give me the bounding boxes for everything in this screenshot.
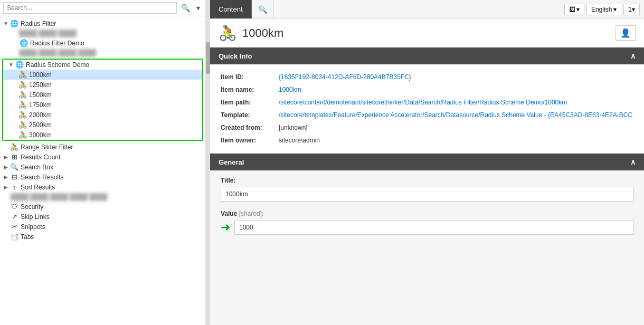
right-panel: Content 🔍 🖼 ▾ English ▾ 1▾ 🚴 1000km �	[210, 0, 644, 325]
person-icon-button[interactable]: 👤	[615, 25, 636, 41]
tree-item-3000km[interactable]: 🚴 3000km	[3, 130, 202, 140]
tree-item-1500km[interactable]: 🚴 1500km	[3, 90, 202, 100]
expand-arrow	[2, 214, 10, 219]
info-value-item-id[interactable]: {1635F192-8034-412D-AF6D-280A4B7B35FC}	[279, 73, 633, 81]
sort-icon: ↕	[10, 183, 19, 191]
info-value-template[interactable]: /sitecore/templates/Feature/Experience A…	[279, 111, 633, 119]
bike-icon: 🚴	[10, 143, 19, 151]
info-label-created-from: Created from:	[221, 124, 279, 131]
blurred-label: ████ ████ ████	[19, 30, 77, 37]
tree-item-security[interactable]: 🛡 Security	[0, 202, 205, 212]
tree-item-label: 1250km	[29, 81, 52, 89]
lang-arrow: ▾	[613, 6, 617, 13]
tab-content[interactable]: Content	[210, 0, 252, 18]
tree-item-radius-scheme-demo[interactable]: ▼ 🌐 Radius Scheme Demo	[3, 60, 202, 70]
icon-dropdown-arrow: ▾	[576, 6, 580, 13]
tree-item-radius-filter[interactable]: ▼ 🌐 Radius Filter	[0, 18, 205, 28]
search-input[interactable]	[3, 2, 177, 14]
tree-item-2500km[interactable]: 🚴 2500km	[3, 120, 202, 130]
language-dropdown[interactable]: English ▾	[586, 4, 621, 15]
tree-item-label: Search Results	[21, 174, 63, 181]
icon-button-top[interactable]: 🖼 ▾	[564, 4, 584, 15]
tree-item-1750km[interactable]: 🚴 1750km	[3, 100, 202, 110]
tree-item-blurred-2: ████ ████ ████ ████	[0, 48, 205, 58]
tree-item-2000km[interactable]: 🚴 2000km	[3, 110, 202, 120]
tree-item-label: Results Count	[21, 154, 60, 161]
blurred-label: ████ ████ ████ ████ ████	[11, 193, 107, 200]
search-button[interactable]: 🔍	[179, 3, 192, 13]
tree-item-label: 3000km	[29, 131, 52, 139]
title-field-input[interactable]	[221, 187, 633, 202]
value-shared-tag: [shared]:	[239, 210, 264, 217]
tree-item-results-count[interactable]: ▶ ⊞ Results Count	[0, 152, 205, 162]
bike-icon: 🚴	[18, 71, 27, 79]
bike-icon: 🚴	[18, 91, 27, 99]
blurred-label: ████ ████ ████ ████	[19, 49, 96, 56]
quick-info-title: Quick Info	[219, 52, 252, 60]
tree-item-range-slider-filter[interactable]: 🚴 Range Slider Filter	[0, 142, 205, 152]
left-panel: 🔍 ▾ ▼ 🌐 Radius Filter ████ ████ ████ 🌐 R…	[0, 0, 206, 325]
tree-item-label: Snippets	[21, 223, 45, 231]
bike-icon: 🚴	[18, 131, 27, 139]
search-icon: 🔍	[10, 163, 19, 171]
search-icon: 🔍	[258, 5, 267, 14]
tree-item-label: Search Box	[21, 164, 53, 171]
folder-icon: 🌐	[10, 20, 19, 27]
tree-item-skip-links[interactable]: ↗ Skip Links	[0, 212, 205, 222]
tree-item-radius-filter-demo[interactable]: 🌐 Radius Filter Demo	[0, 38, 205, 48]
tree-item-label: Radius Scheme Demo	[26, 61, 89, 69]
general-header[interactable]: General ∧	[210, 154, 644, 170]
info-value-created-from: [unknown]	[279, 124, 633, 131]
collapse-icon: ∧	[630, 158, 636, 166]
value-field-group: Value [shared]: ➜	[210, 206, 644, 241]
green-arrow-icon: ➜	[221, 221, 230, 234]
scrollbar-thumb[interactable]	[206, 42, 210, 74]
tree-item-snippets[interactable]: ✂ Snippets	[0, 222, 205, 232]
tree-item-search-results[interactable]: ▶ ⊟ Search Results	[0, 172, 205, 182]
number-dropdown[interactable]: 1▾	[623, 4, 640, 15]
item-header: 🚴 1000km 👤	[210, 19, 644, 47]
value-field-input[interactable]	[234, 220, 633, 235]
tree-item-label: 1750km	[29, 101, 52, 109]
tree-item-1250km[interactable]: 🚴 1250km	[3, 80, 202, 90]
tree-item-label: 2500km	[29, 121, 52, 129]
shield-icon: 🛡	[10, 203, 19, 211]
quick-info-header[interactable]: Quick Info ∧	[210, 47, 644, 64]
general-section: General ∧ Title: Value [shared]: ➜	[210, 154, 644, 241]
arrow-container: ➜	[221, 220, 633, 235]
tree-item-label: Security	[21, 203, 43, 211]
info-row-item-name: Item name: 1000km	[221, 83, 633, 96]
bike-icon: 🚴	[18, 121, 27, 129]
expand-arrow: ▶	[2, 164, 10, 170]
info-row-item-id: Item ID: {1635F192-8034-412D-AF6D-280A4B…	[221, 71, 633, 83]
info-row-created-from: Created from: [unknown]	[221, 121, 633, 134]
tree-item-label: Radius Filter	[21, 20, 56, 27]
tree-item-search-box[interactable]: ▶ 🔍 Search Box	[0, 162, 205, 172]
info-value-item-path[interactable]: /sitecore/content/demotenant/sitecorethi…	[279, 99, 633, 106]
search-bar: 🔍 ▾	[0, 0, 205, 16]
tree-item-label: 1000km	[29, 71, 52, 79]
link-icon: ↗	[10, 213, 19, 221]
info-label-item-owner: Item owner:	[221, 137, 279, 144]
globe-icon: 🌐	[19, 39, 29, 47]
expand-arrow	[2, 204, 10, 209]
expand-arrow: ▼	[7, 62, 15, 68]
chevron-down-button[interactable]: ▾	[194, 3, 202, 13]
tree-item-label: Radius Filter Demo	[30, 40, 84, 47]
expand-arrow	[2, 144, 10, 150]
info-value-item-owner: sitecore\admin	[279, 137, 633, 144]
tab-search-button[interactable]: 🔍	[252, 0, 274, 18]
tree-item-sort-results[interactable]: ▶ ↕ Sort Results	[0, 182, 205, 192]
expand-arrow: ▶	[2, 184, 10, 190]
tab-content-label: Content	[219, 5, 243, 13]
tree-item-label: Sort Results	[21, 184, 55, 191]
list-icon: ⊟	[10, 173, 19, 181]
grid-icon: ⊞	[10, 153, 19, 161]
tree-item-1000km[interactable]: 🚴 1000km	[3, 70, 202, 80]
top-bar-right: 🖼 ▾ English ▾ 1▾	[564, 4, 644, 15]
info-label-item-path: Item path:	[221, 99, 279, 106]
number-label: 1▾	[628, 6, 635, 13]
tree-item-tabs[interactable]: 📑 Tabs	[0, 232, 205, 242]
quick-info-section: Quick Info ∧ Item ID: {1635F192-8034-412…	[210, 47, 644, 154]
info-value-item-name[interactable]: 1000km	[279, 86, 633, 93]
